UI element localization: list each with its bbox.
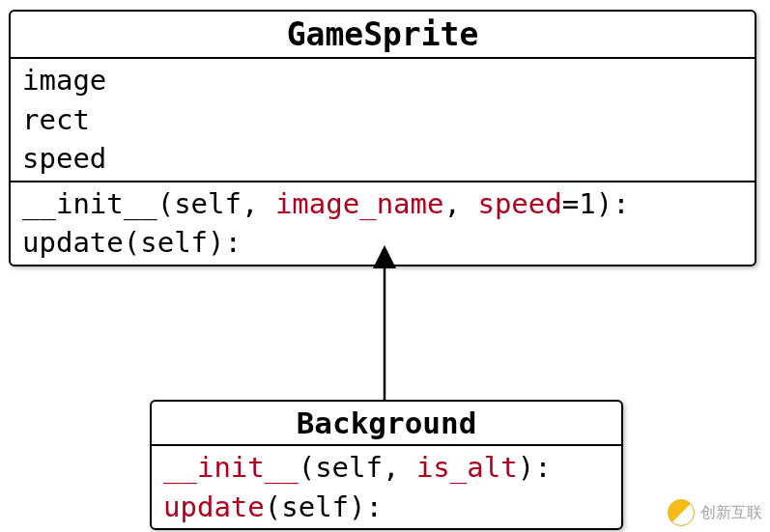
logo-icon: [668, 499, 695, 526]
attr-rect: rect: [22, 100, 743, 140]
attributes-section: image rect speed: [11, 59, 755, 182]
watermark: 创新互联: [668, 499, 762, 526]
attr-image: image: [22, 61, 743, 100]
methods-section: __init__(self, image_name, speed=1): upd…: [11, 182, 755, 265]
class-title: Background: [152, 402, 621, 446]
class-gamesprite: GameSprite image rect speed __init__(sel…: [9, 10, 756, 266]
method-init: __init__(self, is_alt):: [163, 448, 610, 488]
methods-section: __init__(self, is_alt): update(self):: [152, 446, 621, 528]
class-title: GameSprite: [11, 12, 755, 59]
method-update: update(self):: [22, 223, 743, 263]
method-init: __init__(self, image_name, speed=1):: [22, 184, 743, 224]
watermark-text: 创新互联: [700, 503, 762, 523]
method-update: update(self):: [163, 488, 610, 527]
attr-speed: speed: [22, 139, 743, 179]
class-background: Background __init__(self, is_alt): updat…: [150, 400, 623, 530]
